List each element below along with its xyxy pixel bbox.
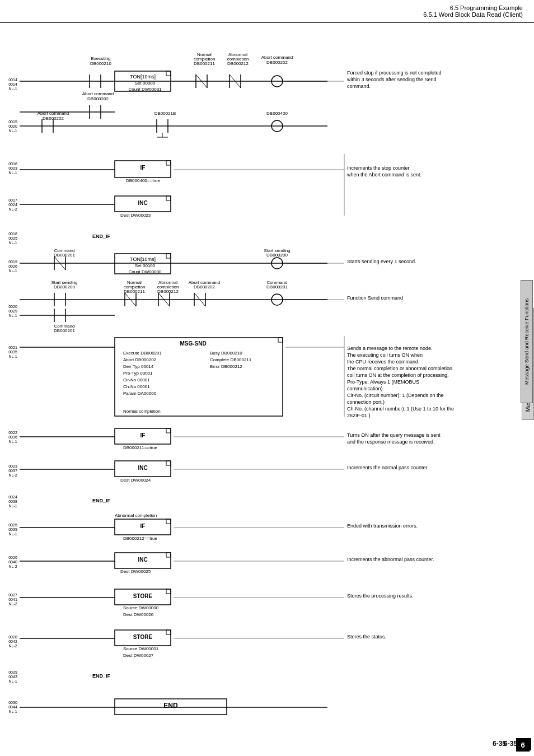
svg-text:Cir-No. (circuit number): 1 (D: Cir-No. (circuit number): 1 (Depends on …	[347, 393, 444, 398]
svg-text:0021: 0021	[8, 346, 17, 349]
svg-text:0016: 0016	[8, 162, 17, 166]
svg-text:Sends a message to the remote : Sends a message to the remote node.	[347, 346, 433, 351]
svg-rect-90	[166, 254, 171, 258]
svg-text:Increments the stop counter: Increments the stop counter	[347, 165, 410, 171]
svg-text:Ch-No  00001: Ch-No 00001	[123, 384, 150, 389]
svg-rect-135	[115, 338, 283, 416]
svg-text:communication): communication)	[347, 386, 383, 391]
svg-text:NL-1: NL-1	[8, 532, 17, 536]
svg-text:0037: 0037	[8, 469, 17, 473]
svg-text:NL-1: NL-1	[8, 710, 17, 713]
svg-text:0024: 0024	[8, 203, 17, 207]
svg-text:Function Send command: Function Send command	[347, 295, 403, 301]
svg-text:Normal completion: Normal completion	[123, 409, 161, 414]
svg-rect-19	[166, 71, 171, 76]
svg-text:0042: 0042	[8, 640, 17, 643]
svg-text:The executing coil turns ON wh: The executing coil turns ON when	[347, 352, 423, 358]
svg-text:Turns ON after the query messa: Turns ON after the query message is sent	[347, 432, 441, 438]
svg-text:DB000202: DB000202	[194, 284, 215, 290]
svg-text:0027: 0027	[8, 593, 17, 597]
svg-text:0020: 0020	[8, 305, 17, 309]
svg-text:MSG-SND: MSG-SND	[180, 340, 206, 347]
svg-text:TON[10ms]: TON[10ms]	[130, 256, 156, 262]
svg-text:NL-1: NL-1	[8, 269, 17, 273]
svg-text:NL-2: NL-2	[8, 207, 17, 211]
svg-text:NL-1: NL-1	[8, 171, 17, 175]
svg-text:Param  DA00000: Param DA00000	[123, 391, 157, 396]
svg-text:0040: 0040	[8, 560, 17, 564]
svg-text:0026: 0026	[8, 264, 17, 268]
svg-rect-168	[166, 428, 171, 433]
svg-text:The normal completion or abnor: The normal completion or abnormal comple…	[347, 366, 452, 371]
svg-text:INC: INC	[138, 557, 147, 563]
svg-text:DB000211: DB000211	[194, 61, 215, 66]
svg-text:DB000200: DB000200	[266, 253, 288, 258]
svg-text:Execute  DB000201: Execute DB000201	[123, 351, 162, 356]
svg-text:DB000211: DB000211	[124, 289, 145, 294]
svg-text:NL-1: NL-1	[8, 87, 17, 91]
svg-text:Abort command: Abort command	[82, 91, 114, 96]
svg-text:STORE: STORE	[133, 593, 153, 599]
svg-text:within 3 seconds after sending: within 3 seconds after sending the Send	[346, 77, 437, 82]
svg-text:0043: 0043	[8, 675, 17, 679]
svg-text:NL-1: NL-1	[8, 354, 17, 358]
svg-text:Dest DW00023: Dest DW00023	[120, 213, 151, 218]
svg-text:Increments the abnormal pass c: Increments the abnormal pass counter.	[347, 557, 434, 562]
svg-text:TON[10ms]: TON[10ms]	[130, 74, 156, 80]
svg-text:Stores the status.: Stores the status.	[347, 634, 386, 640]
ladder-diagram: 0014 0014 NL-1 Executing DB000210 Normal…	[3, 25, 523, 748]
svg-rect-71	[166, 196, 171, 200]
svg-text:0022: 0022	[8, 431, 17, 435]
svg-text:0028: 0028	[8, 635, 17, 639]
svg-text:Dest DW00024: Dest DW00024	[120, 478, 151, 483]
svg-text:Dest   DW00026: Dest DW00026	[123, 612, 154, 617]
svg-text:Abort command: Abort command	[261, 55, 293, 60]
svg-text:0036: 0036	[8, 435, 17, 439]
svg-text:DB000212: DB000212	[157, 289, 179, 294]
svg-rect-59	[166, 161, 171, 165]
svg-text:Dev-Typ  00014: Dev-Typ 00014	[123, 364, 154, 369]
svg-text:DB000202: DB000202	[87, 96, 109, 101]
svg-text:END: END	[163, 702, 178, 710]
page-container: 6.5 Programming Example 6.5.1 Word Block…	[0, 0, 534, 756]
svg-text:NL-1: NL-1	[8, 314, 17, 318]
svg-text:END_IF: END_IF	[92, 498, 111, 503]
svg-text:Error     DB000212: Error DB000212	[210, 364, 242, 369]
side-tab-display: Message Send and Receive Functions	[521, 280, 533, 403]
svg-text:IF: IF	[140, 165, 146, 171]
svg-text:0019: 0019	[8, 260, 17, 264]
svg-text:0017: 0017	[8, 198, 17, 202]
svg-text:DB000201: DB000201	[266, 284, 288, 290]
svg-text:DB000200: DB000200	[54, 284, 75, 290]
svg-text:Increments the normal pass cou: Increments the normal pass counter.	[347, 465, 429, 470]
svg-text:Abort command: Abort command	[38, 111, 69, 116]
svg-text:NL-1: NL-1	[8, 129, 17, 133]
svg-text:0029: 0029	[8, 309, 17, 313]
svg-text:DB000400: DB000400	[266, 111, 288, 116]
svg-text:0030: 0030	[8, 701, 17, 704]
svg-text:0035: 0035	[8, 350, 17, 354]
svg-text:NL-2: NL-2	[8, 564, 17, 568]
chapter-box-display: 6	[516, 738, 530, 752]
svg-rect-137	[278, 338, 283, 342]
svg-text:IF: IF	[140, 432, 146, 438]
svg-text:Dest DW00025: Dest DW00025	[120, 569, 151, 574]
header-divider	[0, 22, 534, 23]
svg-text:0015: 0015	[8, 120, 17, 124]
svg-text:Count DW00031: Count DW00031	[128, 87, 162, 92]
svg-text:Busy     DB000210: Busy DB000210	[210, 351, 242, 356]
svg-rect-179	[166, 461, 171, 465]
svg-rect-204	[166, 553, 171, 557]
svg-text:IF: IF	[140, 523, 146, 529]
svg-text:DB000212==true: DB000212==true	[123, 536, 157, 541]
svg-text:Source DW00001: Source DW00001	[123, 646, 159, 651]
svg-text:Dest   DW00027: Dest DW00027	[123, 653, 154, 658]
svg-text:NL-1: NL-1	[8, 241, 17, 245]
svg-text:command.: command.	[347, 83, 371, 89]
svg-text:NL-1: NL-1	[8, 679, 17, 683]
svg-text:END_IF: END_IF	[92, 234, 111, 239]
svg-text:NL-1: NL-1	[8, 440, 17, 444]
svg-rect-225	[166, 630, 171, 634]
svg-text:Abnormal completion: Abnormal completion	[115, 513, 157, 518]
svg-text:Executing: Executing	[91, 56, 110, 61]
